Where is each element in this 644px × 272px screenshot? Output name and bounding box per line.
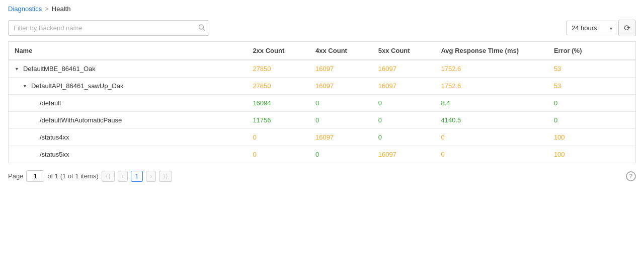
row-name-label: /default	[40, 99, 61, 107]
table-cell: 16097	[309, 60, 372, 78]
row-name-label: /status4xx	[40, 133, 69, 141]
table-cell: 1752.6	[435, 60, 547, 78]
breadcrumb-current: Health	[52, 5, 71, 13]
pagination: Page of 1 (1 of 1 items) ⟨⟨ ‹ 1 › ⟩⟩ ?	[0, 163, 644, 189]
page-input[interactable]	[26, 170, 44, 182]
table-cell: 8.4	[435, 95, 547, 112]
refresh-button[interactable]: ⟳	[618, 20, 636, 36]
table-cell: 0	[548, 95, 636, 112]
table-cell: 53	[548, 78, 636, 95]
table-cell: 4140.5	[435, 112, 547, 129]
table-header-row: Name 2xx Count 4xx Count 5xx Count Avg R…	[9, 42, 636, 60]
table-cell: 0	[309, 95, 372, 112]
time-select-wrapper: 24 hours 1 hour 7 days ▾	[566, 21, 616, 35]
table-row: ▼DefaultAPI_86461_sawUp_Oak2785016097160…	[9, 78, 636, 95]
table-cell: 1752.6	[435, 78, 547, 95]
table-cell: 0	[372, 112, 435, 129]
table-cell: 0	[247, 146, 309, 163]
filter-input[interactable]	[8, 20, 209, 36]
expand-icon[interactable]: ▼	[15, 66, 19, 72]
next-page-button[interactable]: ›	[146, 171, 156, 182]
table-cell: 100	[548, 129, 636, 146]
table-cell: 0	[372, 95, 435, 112]
search-icon	[198, 24, 205, 32]
table-cell: 27850	[247, 60, 309, 78]
health-table: Name 2xx Count 4xx Count 5xx Count Avg R…	[8, 41, 636, 163]
col-header-5xx: 5xx Count	[372, 42, 435, 60]
row-name-label: /defaultWithAutomaticPause	[40, 116, 122, 124]
row-name-label: /status5xx	[40, 151, 69, 158]
filter-container	[8, 20, 209, 36]
table-row: /status5xx00160970100	[9, 146, 636, 163]
table-cell: 0	[309, 146, 372, 163]
table-cell: 0	[548, 112, 636, 129]
table-cell: 0	[309, 112, 372, 129]
table-cell: 27850	[247, 78, 309, 95]
page-label: Page	[8, 172, 23, 180]
table-cell: 16097	[372, 146, 435, 163]
time-select[interactable]: 24 hours 1 hour 7 days	[566, 21, 616, 35]
refresh-icon: ⟳	[624, 23, 630, 33]
table-cell: 16097	[372, 60, 435, 78]
right-controls: 24 hours 1 hour 7 days ▾ ⟳	[566, 20, 636, 36]
col-header-avg: Avg Response Time (ms)	[435, 42, 547, 60]
col-header-error: Error (%)	[548, 42, 636, 60]
page-number-button[interactable]: 1	[131, 171, 143, 182]
table-cell: 0	[247, 129, 309, 146]
table-cell: 16097	[372, 78, 435, 95]
table-container: Name 2xx Count 4xx Count 5xx Count Avg R…	[0, 41, 644, 163]
col-header-name: Name	[9, 42, 247, 60]
table-cell: 0	[435, 146, 547, 163]
first-page-button[interactable]: ⟨⟨	[102, 171, 115, 182]
table-cell: 0	[435, 129, 547, 146]
breadcrumb-diagnostics-link[interactable]: Diagnostics	[8, 5, 42, 13]
col-header-4xx: 4xx Count	[309, 42, 372, 60]
col-header-2xx: 2xx Count	[247, 42, 309, 60]
pagination-left: Page of 1 (1 of 1 items) ⟨⟨ ‹ 1 › ⟩⟩	[8, 170, 172, 182]
breadcrumb: Diagnostics > Health	[0, 0, 644, 17]
table-cell: 16094	[247, 95, 309, 112]
table-cell: 16097	[309, 78, 372, 95]
table-row: ▼DefaultMBE_86461_Oak2785016097160971752…	[9, 60, 636, 78]
toolbar: 24 hours 1 hour 7 days ▾ ⟳	[0, 17, 644, 41]
row-name-label: DefaultAPI_86461_sawUp_Oak	[31, 82, 124, 90]
table-cell: 53	[548, 60, 636, 78]
breadcrumb-separator: >	[45, 5, 49, 13]
expand-icon[interactable]: ▼	[23, 84, 27, 89]
table-cell: 0	[372, 129, 435, 146]
svg-line-1	[203, 29, 205, 31]
page-of-label: of 1 (1 of 1 items)	[47, 172, 98, 180]
table-row: /status4xx01609700100	[9, 129, 636, 146]
table-cell: 100	[548, 146, 636, 163]
last-page-button[interactable]: ⟩⟩	[159, 171, 172, 182]
help-icon[interactable]: ?	[626, 171, 636, 181]
table-cell: 11756	[247, 112, 309, 129]
table-row: /defaultWithAutomaticPause11756004140.50	[9, 112, 636, 129]
row-name-label: DefaultMBE_86461_Oak	[23, 65, 96, 73]
table-row: /default16094008.40	[9, 95, 636, 112]
prev-page-button[interactable]: ‹	[118, 171, 128, 182]
table-cell: 16097	[309, 129, 372, 146]
